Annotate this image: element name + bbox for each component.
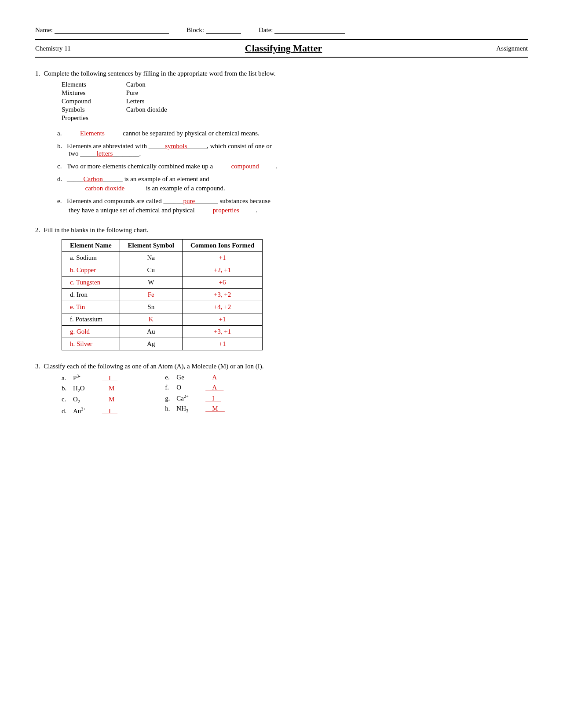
question-2: 2. Fill in the blanks in the following c…	[35, 226, 528, 350]
classify-row-a: a. P3- __I__	[62, 374, 121, 382]
classify-row-b: b. H2O __M__	[62, 385, 121, 393]
element-ions: +1	[182, 313, 262, 326]
q1-sub-questions: a. ____Elements_____ cannot be separated…	[57, 130, 528, 214]
classify-right-col: e. Ge __A__ f. O __A__ g. Ca2+ __I__ h. …	[165, 374, 224, 415]
q3b-answer: __M__	[102, 385, 121, 392]
col-element-name: Element Name	[62, 240, 120, 252]
element-symbol: K	[120, 313, 182, 326]
q1b-answer2: letters	[97, 150, 113, 157]
word-list: Elements Mixtures Compound Symbols Prope…	[62, 81, 528, 122]
element-ions: +4, +2	[182, 301, 262, 313]
element-name: b. Copper	[62, 264, 120, 277]
question-1: 1. Complete the following sentences by f…	[35, 70, 528, 214]
q3e-label: e.	[165, 374, 174, 381]
date-label: Date:	[259, 26, 273, 34]
date-line	[274, 33, 345, 34]
q1b-label: b.	[57, 142, 65, 150]
page-title: Classifying Matter	[245, 43, 322, 54]
q1d: d. _____Carbon______ is an example of an…	[57, 175, 528, 192]
q1-instruction: Complete the following sentences by fill…	[44, 70, 275, 77]
table-row: h. Silver Ag +1	[62, 338, 263, 350]
q2-instruction: Fill in the blanks in the following char…	[44, 226, 148, 234]
assignment-type: Assignment	[496, 45, 528, 52]
q3h-formula: NH3	[176, 405, 203, 413]
question-3: 3. Classify each of the following as one…	[35, 363, 528, 415]
block-field: Block:	[186, 26, 241, 34]
classify-left-col: a. P3- __I__ b. H2O __M__ c. O2 __M__ d.…	[62, 374, 121, 415]
table-row: d. Iron Fe +3, +2	[62, 289, 263, 301]
word-mixtures: Mixtures	[62, 89, 91, 97]
q1c: c. Two or more elements chemically combi…	[57, 163, 528, 170]
q3-instruction: Classify each of the following as one of…	[44, 363, 263, 370]
q3b-label: b.	[62, 385, 70, 392]
header-fields: Name: Block: Date:	[35, 26, 528, 34]
classify-row-g: g. Ca2+ __I__	[165, 394, 224, 402]
q3g-formula: Ca2+	[176, 394, 203, 402]
col-element-symbol: Element Symbol	[120, 240, 182, 252]
element-symbol: Na	[120, 252, 182, 264]
q3a-formula: P3-	[73, 374, 99, 382]
q1-number: 1.	[35, 70, 40, 77]
date-field: Date:	[259, 26, 345, 34]
q1e-label: e.	[57, 197, 65, 205]
q1d-label: d.	[57, 175, 65, 183]
q3d-answer: __I__	[102, 408, 117, 415]
q1b-text1: Elements are abbreviated with _____symbo…	[67, 142, 272, 150]
q3g-label: g.	[165, 395, 174, 402]
element-table: Element Name Element Symbol Common Ions …	[62, 239, 263, 350]
q1a-text: ____Elements_____ cannot be separated by…	[67, 130, 260, 137]
block-line	[206, 33, 241, 34]
element-ions: +1	[182, 252, 262, 264]
element-symbol: Fe	[120, 289, 182, 301]
classify-grid: a. P3- __I__ b. H2O __M__ c. O2 __M__ d.…	[62, 374, 528, 415]
table-row: f. Potassium K +1	[62, 313, 263, 326]
q3d-formula: Au3+	[73, 407, 99, 415]
element-ions: +6	[182, 277, 262, 289]
name-line	[55, 33, 169, 34]
table-row: b. Copper Cu +2, +1	[62, 264, 263, 277]
element-name: g. Gold	[62, 326, 120, 338]
table-row: a. Sodium Na +1	[62, 252, 263, 264]
q1e-text1: Elements and compounds are called ______…	[67, 197, 271, 205]
element-name: a. Sodium	[62, 252, 120, 264]
word-elements: Elements	[62, 81, 91, 88]
table-row: g. Gold Au +3, +1	[62, 326, 263, 338]
q1c-text: Two or more elements chemically combined…	[67, 163, 277, 170]
element-name: c. Tungsten	[62, 277, 120, 289]
classify-row-h: h. NH3 __M__	[165, 405, 224, 413]
classify-row-e: e. Ge __A__	[165, 374, 224, 381]
course-name: Chemistry 11	[35, 45, 71, 52]
word-pure: Pure	[126, 89, 167, 97]
q1e: e. Elements and compounds are called ___…	[57, 197, 528, 214]
q1d-answer2: carbon dioxide	[85, 185, 125, 192]
element-symbol: Au	[120, 326, 182, 338]
classify-row-f: f. O __A__	[165, 384, 224, 391]
element-symbol: Ag	[120, 338, 182, 350]
word-list-col1: Elements Mixtures Compound Symbols Prope…	[62, 81, 91, 122]
q1d-text1: _____Carbon______ is an example of an el…	[67, 175, 209, 183]
q1a-answer: Elements	[80, 130, 105, 137]
q3f-formula: O	[176, 384, 203, 391]
word-carbon-dioxide: Carbon dioxide	[126, 106, 167, 113]
word-properties: Properties	[62, 114, 91, 122]
element-symbol: Cu	[120, 264, 182, 277]
q3c-formula: O2	[73, 396, 99, 404]
name-label: Name:	[35, 26, 53, 34]
word-symbols: Symbols	[62, 106, 91, 113]
q3h-label: h.	[165, 405, 174, 412]
block-label: Block:	[186, 26, 204, 34]
element-symbol: W	[120, 277, 182, 289]
element-name: f. Potassium	[62, 313, 120, 326]
word-list-col2: Carbon Pure Letters Carbon dioxide	[126, 81, 167, 122]
q3a-answer: __I__	[102, 375, 117, 382]
q3b-formula: H2O	[73, 385, 99, 393]
q3f-label: f.	[165, 384, 174, 391]
title-bar: Chemistry 11 Classifying Matter Assignme…	[35, 39, 528, 58]
table-row: e. Tin Sn +4, +2	[62, 301, 263, 313]
q3c-answer: __M__	[102, 396, 121, 403]
classify-row-c: c. O2 __M__	[62, 396, 121, 404]
element-name: h. Silver	[62, 338, 120, 350]
word-compound: Compound	[62, 98, 91, 105]
q3e-formula: Ge	[176, 374, 203, 381]
q3h-answer: __M__	[205, 405, 224, 412]
